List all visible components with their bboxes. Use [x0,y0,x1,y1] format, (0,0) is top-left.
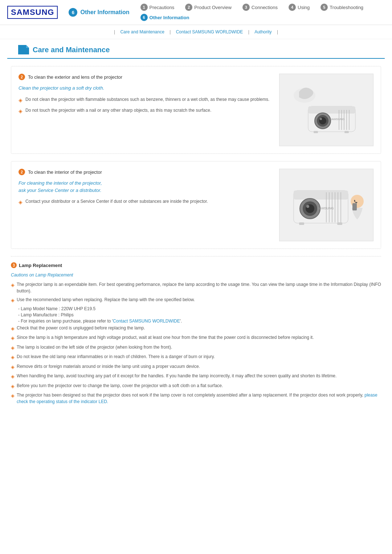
nav-item-using[interactable]: 4 Using [289,4,310,11]
bullet-icon: ◈ [19,107,23,115]
nav-item-product-overview[interactable]: 2 Product Overview [185,4,232,11]
page-title: Care and Maintenance [33,46,110,54]
bullet-text: Contact your distributor or a Service Ce… [25,198,208,206]
lamp-subtitle: Cautions on Lamp Replacement [11,272,381,278]
bullet-icon: ◈ [11,325,15,332]
list-item: ◈ Since the lamp is a high temperature a… [11,334,381,342]
lamp-list: ◈ The projector lamp is an expendable it… [11,281,381,304]
list-item: ◈ Contact your distributor or a Service … [19,198,272,206]
bullet-icon: ◈ [19,198,23,206]
nav-num-4: 4 [289,4,296,11]
list-item: ◈ Do not clean the projector with flamma… [19,96,272,104]
section-num-interior: 2 [19,169,25,175]
projector-image-exterior: SAMSUNG [283,77,370,143]
page-title-section: Care and Maintenance [7,39,385,59]
section-title-interior: To clean the interior of the projector [28,169,102,175]
sub-list-lamp-model: - Lamp Model Name : 220W UHP E19.5 - Lam… [18,306,381,324]
page-title-icon [18,45,29,54]
breadcrumb-sep-2: | [248,29,249,34]
lamp-item-text: Check that the power cord is unplugged b… [17,325,145,332]
projector-image-interior: SAMSUNG 📞 [283,169,370,241]
bullet-text: Do not clean the projector with flammabl… [25,96,269,104]
nav-num-6: 6 [140,14,148,21]
section-heading-interior: 2 To clean the interior of the projector [19,169,272,175]
breadcrumb-care[interactable]: Care and Maintenance [120,29,164,34]
svg-marker-1 [26,45,29,48]
nav-label-4: Using [298,5,310,10]
lamp-item-text: The lamp is located on the left side of … [17,344,172,352]
breadcrumb-authority[interactable]: Authority [254,29,271,34]
list-item: - Lamp Manufacture : Philips [18,312,381,317]
image-box-exterior: SAMSUNG [279,74,373,146]
breadcrumb-contact[interactable]: Contact SAMSUNG WORLDWIDE [176,29,243,34]
list-item: ◈ The projector lamp is an expendable it… [11,281,381,294]
svg-point-8 [320,118,322,120]
breadcrumb-separator-left: | [114,29,115,34]
bullet-icon: ◈ [11,354,15,361]
lamp-item-text: The projector has been designed so that … [17,392,381,405]
nav-label-2: Product Overview [194,5,232,10]
nav-item-troubleshooting[interactable]: 5 Troubleshooting [320,4,363,11]
lamp-item-text: Use the recommended lamp when replacing.… [17,296,195,304]
section-text-interior: 2 To clean the interior of the projector… [19,169,272,241]
list-item: ◈ Check that the power cord is unplugged… [11,325,381,332]
nav-num-3: 3 [242,4,250,11]
current-section-num: 6 [69,8,77,17]
header: SAMSUNG 6 Other Information 1 Precaution… [0,0,392,25]
bullet-icon: ◈ [19,97,23,104]
samsung-logo: SAMSUNG [7,6,58,19]
list-item: - Lamp Model Name : 220W UHP E19.5 [18,306,381,311]
breadcrumb-sep-1: | [170,29,171,34]
current-section-label: Other Information [80,9,129,16]
svg-text:SAMSUNG: SAMSUNG [317,206,334,210]
svg-rect-16 [344,131,349,133]
list-item: ◈ The lamp is located on the left side o… [11,344,381,352]
lamp-heading: 3 Lamp Replacement [11,262,381,268]
lamp-item-text: Since the lamp is a high temperature and… [17,334,314,342]
nav-num-2: 2 [185,4,192,11]
svg-text:📞: 📞 [354,200,358,203]
bullet-text: Do not touch the projector with a nail o… [25,107,211,115]
section-image-exterior: SAMSUNG [279,74,373,146]
breadcrumb-separator-right: | [277,29,278,34]
list-item: ◈ The projector has been designed so tha… [11,392,381,405]
svg-rect-18 [294,190,348,200]
svg-point-22 [306,205,309,208]
bullet-icon: ◈ [11,282,15,294]
lamp-item-text: Before you turn the projector over to ch… [17,382,223,390]
lamp-num: 3 [11,262,17,268]
bullet-icon: ◈ [11,344,15,352]
section-subtitle-exterior: Clean the projector using a soft dry clo… [19,85,272,92]
bullet-icon: ◈ [11,297,15,304]
list-item: ◈ When handling the lamp, avoid touching… [11,373,381,380]
lamp-item-text: Do not leave the old lamp near inflammab… [17,353,215,361]
lamp-item-text: The projector lamp is an expendable item… [17,281,381,294]
nav-item-other-information[interactable]: 6 Other Information [140,14,189,21]
link-contact-samsung[interactable]: Contact SAMSUNG WORLDWIDE [113,319,180,324]
lamp-title: Lamp Replacement [19,263,62,268]
bullet-icon: ◈ [11,364,15,371]
nav-label-5: Troubleshooting [330,5,363,10]
nav-item-precautions[interactable]: 1 Precautions [140,4,175,11]
section-subtitle-interior: For cleaning the interior of the project… [19,180,272,194]
bullet-icon: ◈ [11,373,15,380]
nav-label-6: Other Information [150,15,189,20]
lamp-item-text: Remove dirts or foreign materials around… [17,363,200,371]
nav-num-1: 1 [140,4,148,11]
section-num-exterior: 2 [19,74,25,80]
link-indicator-led[interactable]: please check the operating status of the… [17,393,377,404]
lamp-list-continued: ◈ Check that the power cord is unplugged… [11,325,381,405]
bullet-list-interior: ◈ Contact your distributor or a Service … [19,198,272,206]
list-item: ◈ Do not touch the projector with a nail… [19,107,272,115]
svg-rect-33 [299,222,304,225]
nav-item-connections[interactable]: 3 Connections [242,4,278,11]
section-image-interior: SAMSUNG 📞 [279,169,373,241]
section-title-exterior: To clean the exterior and lens of the pr… [28,74,122,80]
list-item: ◈ Remove dirts or foreign materials arou… [11,363,381,371]
current-section: 6 Other Information [69,8,129,17]
section-text-exterior: 2 To clean the exterior and lens of the … [19,74,272,146]
nav-label-1: Precautions [150,5,175,10]
list-item: ◈ Do not leave the old lamp near inflamm… [11,353,381,361]
bullet-list-exterior: ◈ Do not clean the projector with flamma… [19,96,272,115]
breadcrumb-bar: | Care and Maintenance | Contact SAMSUNG… [0,25,392,39]
